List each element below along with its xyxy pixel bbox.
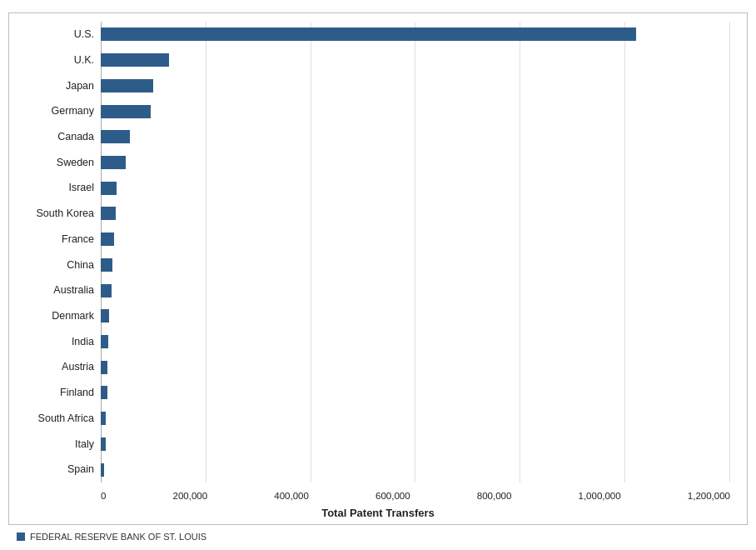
bar-row <box>101 153 730 172</box>
y-label-u.k.: U.K. <box>9 55 101 66</box>
y-label-denmark: Denmark <box>9 311 101 322</box>
y-label-china: China <box>9 260 101 271</box>
bar-italy <box>101 438 106 451</box>
bar-row <box>101 204 730 222</box>
y-label-spain: Spain <box>9 464 101 475</box>
y-label-u.s.: U.S. <box>9 29 101 40</box>
bar-austria <box>101 361 107 374</box>
bar-row <box>101 461 730 479</box>
x-axis-label-6: 1,200,000 <box>688 491 730 501</box>
chart-main-content: U.S.U.K.JapanGermanyCanadaSwedenIsraelSo… <box>9 22 730 482</box>
bar-canada <box>101 130 130 143</box>
bar-france <box>101 232 114 246</box>
bars-grid-area <box>101 22 730 482</box>
bar-row <box>101 383 730 402</box>
bar-israel <box>101 182 117 195</box>
bar-south-korea <box>101 207 116 220</box>
x-axis-label-3: 600,000 <box>376 491 410 501</box>
bar-u.s. <box>101 28 636 41</box>
x-axis-title-text: Total Patent Transfers <box>321 507 435 519</box>
footer-icon <box>17 532 25 541</box>
y-label-austria: Austria <box>9 362 101 372</box>
bar-china <box>101 258 112 272</box>
x-axis-label-0: 0 <box>101 491 106 501</box>
x-axis-label-4: 800,000 <box>477 491 512 501</box>
bar-row <box>101 358 730 377</box>
bar-row <box>101 128 730 146</box>
bar-row <box>101 102 730 121</box>
footer-text: FEDERAL RESERVE BANK OF ST. LOUIS <box>30 532 206 542</box>
bar-row <box>101 179 730 198</box>
bar-finland <box>101 386 107 399</box>
y-label-australia: Australia <box>9 285 101 296</box>
bar-denmark <box>101 309 109 322</box>
y-label-sweden: Sweden <box>9 158 101 168</box>
y-label-south-africa: South Africa <box>9 413 101 424</box>
bar-row <box>101 307 730 325</box>
x-axis-label-2: 400,000 <box>274 491 309 501</box>
bar-rows <box>101 22 730 482</box>
bar-south-africa <box>101 412 106 425</box>
bar-row <box>101 51 730 69</box>
y-label-italy: Italy <box>9 439 101 450</box>
y-label-finland: Finland <box>9 388 101 398</box>
bar-sweden <box>101 156 126 169</box>
y-label-canada: Canada <box>9 132 101 142</box>
chart-outer-wrapper: U.S.U.K.JapanGermanyCanadaSwedenIsraelSo… <box>0 0 756 550</box>
bar-u.k. <box>101 53 169 67</box>
y-label-israel: Israel <box>9 182 101 193</box>
x-axis: 0200,000400,000600,000800,0001,000,0001,… <box>101 491 730 501</box>
bar-row <box>101 77 730 95</box>
y-axis-labels: U.S.U.K.JapanGermanyCanadaSwedenIsraelSo… <box>9 22 101 482</box>
bar-row <box>101 25 730 43</box>
chart-inner: U.S.U.K.JapanGermanyCanadaSwedenIsraelSo… <box>8 12 748 525</box>
bar-row <box>101 256 730 274</box>
bar-row <box>101 282 730 300</box>
y-label-japan: Japan <box>9 81 101 92</box>
y-label-india: India <box>9 337 101 348</box>
bar-india <box>101 335 108 348</box>
bar-japan <box>101 79 153 92</box>
y-label-france: France <box>9 234 101 245</box>
x-axis-title: Total Patent Transfers <box>9 507 747 519</box>
bar-row <box>101 409 730 428</box>
x-axis-label-1: 200,000 <box>173 491 208 501</box>
footer: FEDERAL RESERVE BANK OF ST. LOUIS <box>8 532 748 542</box>
bar-australia <box>101 284 112 298</box>
bar-row <box>101 230 730 248</box>
bar-spain <box>101 463 104 477</box>
x-axis-label-5: 1,000,000 <box>579 491 621 501</box>
y-label-south-korea: South Korea <box>9 208 101 219</box>
bar-row <box>101 332 730 351</box>
bar-germany <box>101 105 151 118</box>
y-label-germany: Germany <box>9 106 101 117</box>
bar-row <box>101 435 730 453</box>
